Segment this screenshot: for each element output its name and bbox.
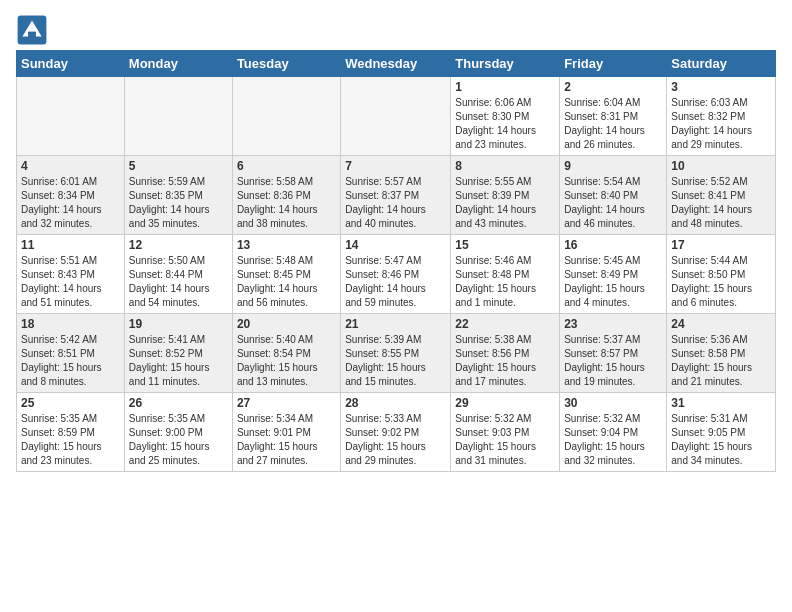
day-number: 10	[671, 159, 771, 173]
day-number: 19	[129, 317, 228, 331]
day-info: Sunrise: 5:46 AMSunset: 8:48 PMDaylight:…	[455, 254, 555, 310]
day-info: Sunrise: 5:44 AMSunset: 8:50 PMDaylight:…	[671, 254, 771, 310]
calendar-cell: 4Sunrise: 6:01 AMSunset: 8:34 PMDaylight…	[17, 156, 125, 235]
day-number: 11	[21, 238, 120, 252]
day-number: 21	[345, 317, 446, 331]
col-header-friday: Friday	[560, 51, 667, 77]
day-info: Sunrise: 5:50 AMSunset: 8:44 PMDaylight:…	[129, 254, 228, 310]
calendar-cell: 21Sunrise: 5:39 AMSunset: 8:55 PMDayligh…	[341, 314, 451, 393]
calendar-cell: 19Sunrise: 5:41 AMSunset: 8:52 PMDayligh…	[124, 314, 232, 393]
col-header-tuesday: Tuesday	[232, 51, 340, 77]
day-info: Sunrise: 5:34 AMSunset: 9:01 PMDaylight:…	[237, 412, 336, 468]
day-number: 25	[21, 396, 120, 410]
day-number: 15	[455, 238, 555, 252]
day-info: Sunrise: 5:41 AMSunset: 8:52 PMDaylight:…	[129, 333, 228, 389]
day-info: Sunrise: 5:48 AMSunset: 8:45 PMDaylight:…	[237, 254, 336, 310]
day-number: 14	[345, 238, 446, 252]
calendar-cell: 18Sunrise: 5:42 AMSunset: 8:51 PMDayligh…	[17, 314, 125, 393]
calendar-cell: 12Sunrise: 5:50 AMSunset: 8:44 PMDayligh…	[124, 235, 232, 314]
calendar-cell: 27Sunrise: 5:34 AMSunset: 9:01 PMDayligh…	[232, 393, 340, 472]
col-header-saturday: Saturday	[667, 51, 776, 77]
day-number: 26	[129, 396, 228, 410]
day-number: 12	[129, 238, 228, 252]
calendar-cell: 29Sunrise: 5:32 AMSunset: 9:03 PMDayligh…	[451, 393, 560, 472]
col-header-thursday: Thursday	[451, 51, 560, 77]
calendar-cell: 13Sunrise: 5:48 AMSunset: 8:45 PMDayligh…	[232, 235, 340, 314]
day-number: 13	[237, 238, 336, 252]
day-info: Sunrise: 5:42 AMSunset: 8:51 PMDaylight:…	[21, 333, 120, 389]
day-info: Sunrise: 5:51 AMSunset: 8:43 PMDaylight:…	[21, 254, 120, 310]
day-number: 27	[237, 396, 336, 410]
calendar-cell	[124, 77, 232, 156]
calendar: SundayMondayTuesdayWednesdayThursdayFrid…	[16, 50, 776, 472]
calendar-cell: 6Sunrise: 5:58 AMSunset: 8:36 PMDaylight…	[232, 156, 340, 235]
col-header-sunday: Sunday	[17, 51, 125, 77]
day-info: Sunrise: 5:58 AMSunset: 8:36 PMDaylight:…	[237, 175, 336, 231]
calendar-cell: 3Sunrise: 6:03 AMSunset: 8:32 PMDaylight…	[667, 77, 776, 156]
calendar-week-row-2: 4Sunrise: 6:01 AMSunset: 8:34 PMDaylight…	[17, 156, 776, 235]
day-info: Sunrise: 5:54 AMSunset: 8:40 PMDaylight:…	[564, 175, 662, 231]
day-number: 20	[237, 317, 336, 331]
day-number: 7	[345, 159, 446, 173]
col-header-monday: Monday	[124, 51, 232, 77]
calendar-week-row-1: 1Sunrise: 6:06 AMSunset: 8:30 PMDaylight…	[17, 77, 776, 156]
day-info: Sunrise: 5:40 AMSunset: 8:54 PMDaylight:…	[237, 333, 336, 389]
calendar-cell: 2Sunrise: 6:04 AMSunset: 8:31 PMDaylight…	[560, 77, 667, 156]
calendar-cell: 7Sunrise: 5:57 AMSunset: 8:37 PMDaylight…	[341, 156, 451, 235]
day-info: Sunrise: 5:35 AMSunset: 9:00 PMDaylight:…	[129, 412, 228, 468]
logo	[16, 14, 52, 46]
header	[16, 10, 776, 46]
col-header-wednesday: Wednesday	[341, 51, 451, 77]
svg-rect-2	[28, 32, 36, 38]
page: SundayMondayTuesdayWednesdayThursdayFrid…	[0, 0, 792, 482]
day-info: Sunrise: 5:38 AMSunset: 8:56 PMDaylight:…	[455, 333, 555, 389]
day-number: 2	[564, 80, 662, 94]
calendar-cell: 16Sunrise: 5:45 AMSunset: 8:49 PMDayligh…	[560, 235, 667, 314]
day-number: 22	[455, 317, 555, 331]
calendar-cell	[17, 77, 125, 156]
day-info: Sunrise: 5:32 AMSunset: 9:04 PMDaylight:…	[564, 412, 662, 468]
day-info: Sunrise: 5:47 AMSunset: 8:46 PMDaylight:…	[345, 254, 446, 310]
day-info: Sunrise: 5:45 AMSunset: 8:49 PMDaylight:…	[564, 254, 662, 310]
day-number: 28	[345, 396, 446, 410]
calendar-cell: 5Sunrise: 5:59 AMSunset: 8:35 PMDaylight…	[124, 156, 232, 235]
day-info: Sunrise: 5:35 AMSunset: 8:59 PMDaylight:…	[21, 412, 120, 468]
day-info: Sunrise: 5:57 AMSunset: 8:37 PMDaylight:…	[345, 175, 446, 231]
day-number: 8	[455, 159, 555, 173]
calendar-cell: 11Sunrise: 5:51 AMSunset: 8:43 PMDayligh…	[17, 235, 125, 314]
day-number: 24	[671, 317, 771, 331]
day-number: 1	[455, 80, 555, 94]
day-info: Sunrise: 5:59 AMSunset: 8:35 PMDaylight:…	[129, 175, 228, 231]
day-number: 18	[21, 317, 120, 331]
calendar-cell: 10Sunrise: 5:52 AMSunset: 8:41 PMDayligh…	[667, 156, 776, 235]
calendar-cell: 24Sunrise: 5:36 AMSunset: 8:58 PMDayligh…	[667, 314, 776, 393]
calendar-cell: 9Sunrise: 5:54 AMSunset: 8:40 PMDaylight…	[560, 156, 667, 235]
calendar-week-row-3: 11Sunrise: 5:51 AMSunset: 8:43 PMDayligh…	[17, 235, 776, 314]
day-info: Sunrise: 5:32 AMSunset: 9:03 PMDaylight:…	[455, 412, 555, 468]
logo-icon	[16, 14, 48, 46]
day-info: Sunrise: 5:36 AMSunset: 8:58 PMDaylight:…	[671, 333, 771, 389]
calendar-header-row: SundayMondayTuesdayWednesdayThursdayFrid…	[17, 51, 776, 77]
day-info: Sunrise: 6:06 AMSunset: 8:30 PMDaylight:…	[455, 96, 555, 152]
day-number: 3	[671, 80, 771, 94]
calendar-cell: 1Sunrise: 6:06 AMSunset: 8:30 PMDaylight…	[451, 77, 560, 156]
calendar-cell: 17Sunrise: 5:44 AMSunset: 8:50 PMDayligh…	[667, 235, 776, 314]
calendar-cell: 15Sunrise: 5:46 AMSunset: 8:48 PMDayligh…	[451, 235, 560, 314]
calendar-cell: 14Sunrise: 5:47 AMSunset: 8:46 PMDayligh…	[341, 235, 451, 314]
calendar-cell: 22Sunrise: 5:38 AMSunset: 8:56 PMDayligh…	[451, 314, 560, 393]
day-number: 9	[564, 159, 662, 173]
calendar-cell	[341, 77, 451, 156]
calendar-cell: 23Sunrise: 5:37 AMSunset: 8:57 PMDayligh…	[560, 314, 667, 393]
calendar-cell: 8Sunrise: 5:55 AMSunset: 8:39 PMDaylight…	[451, 156, 560, 235]
day-number: 6	[237, 159, 336, 173]
calendar-cell: 20Sunrise: 5:40 AMSunset: 8:54 PMDayligh…	[232, 314, 340, 393]
day-info: Sunrise: 5:31 AMSunset: 9:05 PMDaylight:…	[671, 412, 771, 468]
day-number: 17	[671, 238, 771, 252]
calendar-cell: 28Sunrise: 5:33 AMSunset: 9:02 PMDayligh…	[341, 393, 451, 472]
day-info: Sunrise: 5:55 AMSunset: 8:39 PMDaylight:…	[455, 175, 555, 231]
day-number: 30	[564, 396, 662, 410]
calendar-week-row-5: 25Sunrise: 5:35 AMSunset: 8:59 PMDayligh…	[17, 393, 776, 472]
day-info: Sunrise: 5:52 AMSunset: 8:41 PMDaylight:…	[671, 175, 771, 231]
day-number: 5	[129, 159, 228, 173]
day-number: 16	[564, 238, 662, 252]
